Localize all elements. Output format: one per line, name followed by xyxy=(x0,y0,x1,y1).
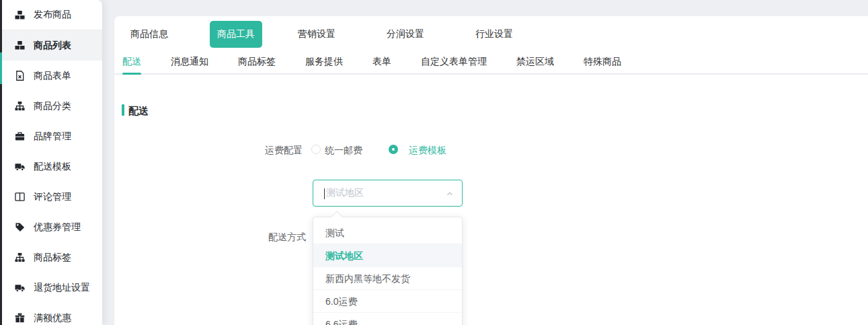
sidebar-item-publish-product[interactable]: 发布商品 xyxy=(2,0,102,30)
sidebar-item-product-category[interactable]: 商品分类 xyxy=(2,91,102,121)
sidebar-item-return-address-settings[interactable]: 退货地址设置 xyxy=(2,273,102,303)
sitemap-icon xyxy=(15,101,25,111)
dropdown-option[interactable]: 测试 xyxy=(313,221,462,244)
select-dropdown-panel: 测试 测试地区 新西内黑等地不发货 6.0运费 6.6运费 xyxy=(313,217,463,325)
dropdown-arrow xyxy=(331,211,343,223)
sidebar-item-full-discount[interactable]: 满额优惠 xyxy=(2,303,102,325)
freight-template-select[interactable]: 测试地区 xyxy=(313,180,463,207)
gift-icon xyxy=(15,313,25,323)
sidebar-item-label: 退货地址设置 xyxy=(34,282,90,294)
subtab-service-provide[interactable]: 服务提供 xyxy=(305,48,343,75)
sidebar-item-product-form[interactable]: 商品表单 xyxy=(2,61,102,91)
section-title: 配送 xyxy=(128,105,149,118)
delivery-method-label: 配送方式 xyxy=(239,231,306,244)
tab-profit-settings[interactable]: 分润设置 xyxy=(387,28,424,40)
section-accent-bar xyxy=(122,104,124,116)
main-card: 商品信息 商品工具 营销设置 分润设置 行业设置 配送 消息通知 商品标签 服务… xyxy=(114,16,868,325)
truck-icon xyxy=(15,161,25,172)
freight-config-label: 运费配置 xyxy=(235,145,303,157)
subtab-product-tags[interactable]: 商品标签 xyxy=(238,48,276,75)
radio-unified-postage-label[interactable]: 统一邮费 xyxy=(325,145,362,157)
text-cursor xyxy=(324,188,325,199)
radio-unified-postage[interactable] xyxy=(311,145,321,154)
chevron-up-icon xyxy=(445,189,455,198)
select-placeholder: 测试地区 xyxy=(326,187,364,199)
truck-icon xyxy=(15,283,25,293)
radio-freight-template[interactable] xyxy=(389,145,398,154)
sidebar-item-label: 商品标签 xyxy=(34,252,71,264)
dropdown-option[interactable]: 6.0运费 xyxy=(313,290,462,313)
sitemap-icon xyxy=(15,252,25,262)
sidebar-item-label: 满额优惠 xyxy=(34,312,71,324)
tab-product-info[interactable]: 商品信息 xyxy=(130,28,168,40)
tag-icon xyxy=(15,222,25,232)
subtab-delivery[interactable]: 配送 xyxy=(122,48,141,75)
sidebar-item-product-tags[interactable]: 商品标签 xyxy=(2,242,102,273)
subtab-embargo-area[interactable]: 禁运区域 xyxy=(516,48,554,75)
file-icon xyxy=(15,71,25,81)
sidebar-item-product-list[interactable]: 商品列表 xyxy=(2,30,102,61)
sidebar-item-label: 商品分类 xyxy=(34,100,71,112)
tab-industry-settings[interactable]: 行业设置 xyxy=(475,28,513,40)
sidebar-item-label: 配送模板 xyxy=(34,161,71,173)
cubes-icon xyxy=(15,40,25,50)
sidebar-item-delivery-template[interactable]: 配送模板 xyxy=(2,151,102,182)
sidebar-item-label: 发布商品 xyxy=(34,9,71,21)
screen: 发布商品 商品列表 商品表单 商品分类 品牌管理 配送模板 评论管理 优惠券管 xyxy=(0,0,868,325)
sidebar: 发布商品 商品列表 商品表单 商品分类 品牌管理 配送模板 评论管理 优惠券管 xyxy=(2,0,102,325)
sidebar-item-comment-management[interactable]: 评论管理 xyxy=(2,182,102,212)
sidebar-item-coupon-management[interactable]: 优惠券管理 xyxy=(2,212,102,242)
sidebar-item-label: 优惠券管理 xyxy=(34,221,81,233)
columns-icon xyxy=(15,192,25,202)
tab-product-tools[interactable]: 商品工具 xyxy=(210,21,262,48)
subtab-custom-form-management[interactable]: 自定义表单管理 xyxy=(421,48,487,75)
subtab-form[interactable]: 表单 xyxy=(372,48,391,75)
sidebar-item-label: 品牌管理 xyxy=(34,131,71,143)
sidebar-item-label: 商品表单 xyxy=(34,70,71,82)
subtab-special-product[interactable]: 特殊商品 xyxy=(584,48,621,75)
sidebar-item-label: 评论管理 xyxy=(34,191,71,203)
cubes-icon xyxy=(15,10,25,20)
subtab-message-notify[interactable]: 消息通知 xyxy=(171,48,208,75)
radio-freight-template-label[interactable]: 运费模板 xyxy=(409,145,446,157)
dropdown-option[interactable]: 6.6运费 xyxy=(313,313,462,325)
subtabs: 配送 消息通知 商品标签 服务提供 表单 自定义表单管理 禁运区域 特殊商品 xyxy=(122,48,621,75)
sidebar-item-label: 商品列表 xyxy=(34,40,71,52)
dropdown-option-selected[interactable]: 测试地区 xyxy=(313,244,462,267)
briefcase-icon xyxy=(15,131,25,141)
sidebar-item-brand-management[interactable]: 品牌管理 xyxy=(2,121,102,151)
dropdown-option[interactable]: 新西内黑等地不发货 xyxy=(313,267,462,290)
tab-marketing-settings[interactable]: 营销设置 xyxy=(298,28,336,40)
